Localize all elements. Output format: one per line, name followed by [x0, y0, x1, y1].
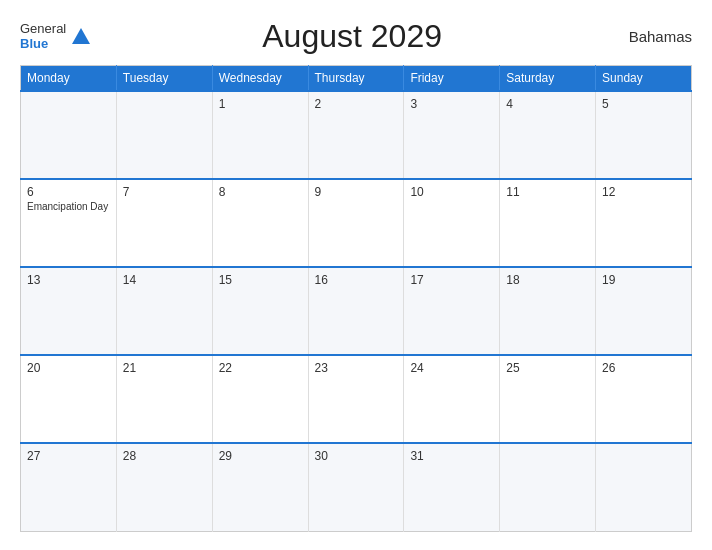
calendar-cell: 17: [404, 267, 500, 355]
calendar-cell: 2: [308, 91, 404, 179]
calendar-cell: 31: [404, 443, 500, 531]
day-number: 2: [315, 97, 398, 111]
calendar-cell: 9: [308, 179, 404, 267]
calendar-cell: 28: [116, 443, 212, 531]
calendar-page: General Blue August 2029 Bahamas Monday …: [0, 0, 712, 550]
calendar-cell: 4: [500, 91, 596, 179]
calendar-cell: 10: [404, 179, 500, 267]
calendar-cell: 23: [308, 355, 404, 443]
day-number: 17: [410, 273, 493, 287]
calendar-cell: 7: [116, 179, 212, 267]
calendar-cell: 25: [500, 355, 596, 443]
col-sunday: Sunday: [596, 66, 692, 92]
day-number: 18: [506, 273, 589, 287]
calendar-cell: 19: [596, 267, 692, 355]
calendar-cell: 20: [21, 355, 117, 443]
calendar-week-row: 13141516171819: [21, 267, 692, 355]
day-number: 5: [602, 97, 685, 111]
calendar-cell: 18: [500, 267, 596, 355]
calendar-cell: 27: [21, 443, 117, 531]
col-monday: Monday: [21, 66, 117, 92]
day-number: 25: [506, 361, 589, 375]
day-number: 16: [315, 273, 398, 287]
calendar-cell: 3: [404, 91, 500, 179]
country-label: Bahamas: [612, 28, 692, 45]
calendar-week-row: 12345: [21, 91, 692, 179]
calendar-cell: [116, 91, 212, 179]
calendar-cell: 8: [212, 179, 308, 267]
day-number: 7: [123, 185, 206, 199]
day-number: 11: [506, 185, 589, 199]
day-number: 9: [315, 185, 398, 199]
day-number: 12: [602, 185, 685, 199]
day-number: 21: [123, 361, 206, 375]
day-number: 14: [123, 273, 206, 287]
day-number: 24: [410, 361, 493, 375]
day-number: 10: [410, 185, 493, 199]
calendar-cell: 13: [21, 267, 117, 355]
calendar-cell: 11: [500, 179, 596, 267]
page-title: August 2029: [92, 18, 612, 55]
day-number: 28: [123, 449, 206, 463]
day-number: 6: [27, 185, 110, 199]
day-number: 3: [410, 97, 493, 111]
day-number: 30: [315, 449, 398, 463]
logo: General Blue: [20, 22, 92, 51]
calendar-week-row: 2728293031: [21, 443, 692, 531]
col-friday: Friday: [404, 66, 500, 92]
calendar-cell: 21: [116, 355, 212, 443]
col-thursday: Thursday: [308, 66, 404, 92]
calendar-table: Monday Tuesday Wednesday Thursday Friday…: [20, 65, 692, 532]
day-number: 23: [315, 361, 398, 375]
calendar-cell: 12: [596, 179, 692, 267]
calendar-week-row: 6Emancipation Day789101112: [21, 179, 692, 267]
logo-icon: [70, 26, 92, 48]
calendar-cell: [500, 443, 596, 531]
calendar-cell: 22: [212, 355, 308, 443]
calendar-cell: 15: [212, 267, 308, 355]
calendar-cell: 6Emancipation Day: [21, 179, 117, 267]
col-saturday: Saturday: [500, 66, 596, 92]
calendar-cell: 5: [596, 91, 692, 179]
calendar-cell: 16: [308, 267, 404, 355]
calendar-week-row: 20212223242526: [21, 355, 692, 443]
col-tuesday: Tuesday: [116, 66, 212, 92]
svg-marker-0: [72, 28, 90, 44]
calendar-cell: [21, 91, 117, 179]
header: General Blue August 2029 Bahamas: [20, 18, 692, 55]
logo-text: General Blue: [20, 22, 66, 51]
col-wednesday: Wednesday: [212, 66, 308, 92]
calendar-cell: 26: [596, 355, 692, 443]
calendar-cell: 29: [212, 443, 308, 531]
day-number: 22: [219, 361, 302, 375]
day-number: 31: [410, 449, 493, 463]
calendar-event: Emancipation Day: [27, 201, 110, 212]
day-number: 26: [602, 361, 685, 375]
day-number: 19: [602, 273, 685, 287]
calendar-cell: 14: [116, 267, 212, 355]
day-number: 27: [27, 449, 110, 463]
day-number: 4: [506, 97, 589, 111]
calendar-cell: 1: [212, 91, 308, 179]
day-number: 29: [219, 449, 302, 463]
day-number: 20: [27, 361, 110, 375]
calendar-cell: 30: [308, 443, 404, 531]
calendar-cell: 24: [404, 355, 500, 443]
day-number: 1: [219, 97, 302, 111]
day-number: 15: [219, 273, 302, 287]
weekday-header-row: Monday Tuesday Wednesday Thursday Friday…: [21, 66, 692, 92]
day-number: 8: [219, 185, 302, 199]
calendar-cell: [596, 443, 692, 531]
day-number: 13: [27, 273, 110, 287]
